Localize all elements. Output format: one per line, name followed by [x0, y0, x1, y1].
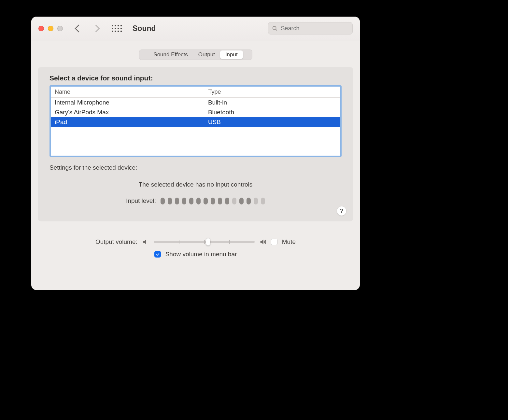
show-all-icon[interactable] [112, 25, 122, 32]
svg-point-0 [273, 26, 276, 30]
output-volume-row: Output volume: Mute [95, 238, 296, 245]
level-pill [261, 198, 265, 204]
close-window-button[interactable] [38, 26, 44, 31]
device-type: Built-in [204, 98, 340, 108]
speaker-high-icon [259, 238, 266, 245]
output-volume-label: Output volume: [95, 238, 137, 245]
search-icon [272, 25, 278, 32]
level-pill [175, 198, 179, 204]
svg-line-1 [276, 29, 277, 31]
level-pill [161, 198, 165, 204]
output-volume-slider[interactable] [154, 241, 255, 243]
level-pill [204, 198, 208, 204]
level-pill [182, 198, 186, 204]
main-panel: Sound EffectsOutputInput Select a device… [31, 40, 360, 258]
column-name[interactable]: Name [51, 87, 204, 98]
mute-checkbox[interactable] [271, 239, 277, 245]
level-pill [225, 198, 229, 204]
bottom-bar: Output volume: Mute [38, 238, 353, 258]
table-row[interactable]: Internal MicrophoneBuilt-in [51, 98, 340, 108]
help-button[interactable]: ? [337, 206, 346, 216]
no-controls-message: The selected device has no input control… [49, 181, 342, 188]
volume-thumb[interactable] [206, 238, 210, 245]
device-table[interactable]: NameType Internal MicrophoneBuilt-inGary… [49, 85, 342, 157]
nav-arrows [76, 26, 99, 31]
device-heading: Select a device for sound input: [49, 74, 342, 82]
settings-title: Settings for the selected device: [49, 164, 342, 171]
level-pill [218, 198, 222, 204]
level-pill [211, 198, 215, 204]
level-pill [239, 198, 244, 204]
titlebar: Sound [31, 17, 360, 40]
tabs: Sound EffectsOutputInput [139, 49, 252, 60]
level-pill [247, 198, 251, 204]
search-input[interactable] [280, 25, 349, 32]
tab-output[interactable]: Output [193, 50, 220, 59]
input-level-meter [161, 198, 265, 204]
input-level-row: Input level: [49, 197, 342, 204]
show-in-menubar-row: Show volume in menu bar [154, 251, 237, 258]
tab-sound-effects[interactable]: Sound Effects [148, 50, 193, 59]
show-in-menubar-label: Show volume in menu bar [165, 251, 237, 258]
back-button[interactable] [75, 24, 82, 32]
column-type[interactable]: Type [204, 87, 340, 98]
level-pill [232, 198, 236, 204]
sound-preferences-window: Sound Sound EffectsOutputInput Select a … [31, 17, 360, 290]
zoom-window-button [57, 26, 63, 31]
table-row[interactable]: iPadUSB [51, 117, 340, 127]
speaker-low-icon [142, 238, 149, 245]
device-name: iPad [51, 117, 204, 127]
level-pill [254, 198, 258, 204]
device-name: Internal Microphone [51, 98, 204, 108]
device-type: Bluetooth [204, 107, 340, 117]
minimize-window-button[interactable] [48, 26, 53, 31]
level-pill [168, 198, 172, 204]
forward-button [92, 24, 100, 32]
show-in-menubar-checkbox[interactable] [154, 251, 161, 258]
device-name: Gary's AirPods Max [51, 107, 204, 117]
level-pill [196, 198, 201, 204]
device-type: USB [204, 117, 340, 127]
input-pane: Select a device for sound input: NameTyp… [38, 67, 353, 221]
mute-label: Mute [282, 238, 296, 245]
search-field[interactable] [268, 22, 353, 35]
input-level-label: Input level: [126, 197, 156, 204]
window-title: Sound [133, 24, 156, 33]
table-row[interactable]: Gary's AirPods MaxBluetooth [51, 107, 340, 117]
traffic-lights [38, 26, 63, 31]
level-pill [189, 198, 193, 204]
tab-input[interactable]: Input [220, 50, 243, 59]
